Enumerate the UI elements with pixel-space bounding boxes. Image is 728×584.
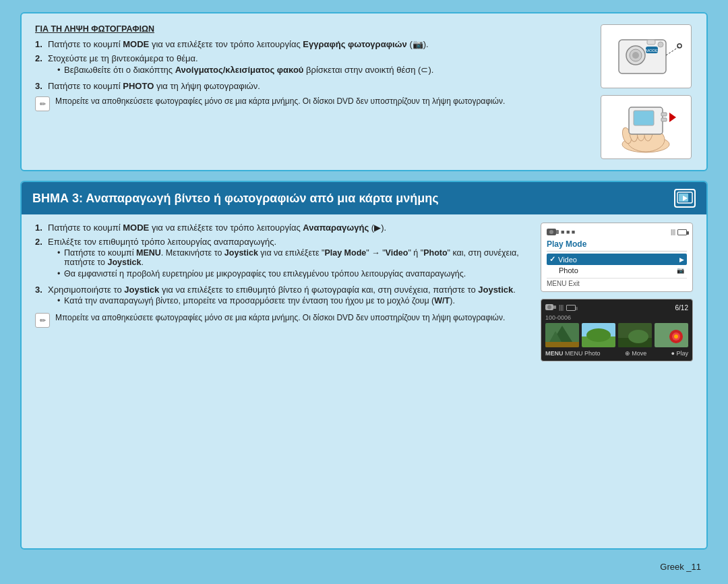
svg-line-8	[666, 47, 679, 55]
thumb-menu-label: MENU MENU Photo	[545, 350, 601, 357]
thumb-footer: MENU MENU Photo ⊕ Move ● Play	[545, 350, 688, 357]
bottom-header-icon	[674, 189, 696, 208]
panel-icons-row: ■ ■ ■	[547, 227, 575, 237]
bottom-step-2-sub: Πατήστε το κουμπί MENU. Μετακινήστε το J…	[48, 248, 534, 279]
photo-icon-small: 📷	[677, 267, 684, 274]
camera-image-2	[601, 95, 692, 159]
svg-rect-6	[647, 40, 655, 45]
bottom-step-3-sub: Κατά την αναπαραγωγή βίντεο, μπορείτε να…	[48, 296, 534, 305]
video-icon-small: ▶	[679, 256, 684, 263]
play-mode-panel: ■ ■ ■ ||| Play Mode ✓ Video ▶	[541, 223, 693, 292]
battery-icon	[677, 229, 687, 235]
thumb-2-svg	[582, 323, 615, 347]
svg-rect-33	[545, 342, 579, 347]
thumbnails-header: ||| 6/12	[545, 303, 688, 312]
thumb-move-label: ⊕ Move	[625, 350, 647, 357]
thumb-4	[655, 323, 688, 347]
menu-exit-label: MENU Exit	[547, 280, 580, 287]
page-wrapper: ΓΙΑ ΤΗ ΛΗΨΗ ΦΩΤΟΓΡΑΦΙΩΝ 1. Πατήστε το κο…	[0, 0, 728, 584]
bottom-step-2-sub-2: Θα εμφανιστεί η προβολή ευρετηρίου με μι…	[57, 269, 534, 279]
step-2-text: Στοχεύστε με τη βιντεοκάμερα το θέμα. Βε…	[48, 53, 589, 77]
bottom-step-2-text: Επιλέξτε τον επιθυμητό τρόπο λειτουργίας…	[48, 237, 534, 281]
svg-point-7	[658, 42, 663, 47]
bottom-header-text: ΒΗΜΑ 3: Αναπαραγωγή βίντεο ή φωτογραφιών…	[32, 192, 667, 206]
bottom-step-1-text: Πατήστε το κουμπί MODE για να επιλέξετε …	[48, 223, 534, 233]
thumb-grid	[545, 323, 688, 347]
bottom-steps: 1. Πατήστε το κουμπί MODE για να επιλέξε…	[35, 223, 534, 308]
step-2-sub-1: Βεβαιωθείτε ότι ο διακόπτης Ανοίγματος/κ…	[57, 65, 589, 75]
bottom-step-2: 2. Επιλέξτε τον επιθυμητό τρόπο λειτουργ…	[35, 237, 534, 281]
top-note-text: Μπορείτε να αποθηκεύσετε φωτογραφίες μόν…	[55, 96, 505, 106]
thumb-1	[545, 323, 579, 347]
bottom-body: 1. Πατήστε το κουμπί MODE για να επιλέξε…	[22, 214, 706, 539]
step-1: 1. Πατήστε το κουμπί MODE για να επιλέξε…	[35, 39, 589, 49]
thumb-counter: 6/12	[675, 304, 688, 312]
step-list: 1. Πατήστε το κουμπί MODE για να επιλέξε…	[35, 39, 589, 91]
note-icon: ✏	[35, 96, 50, 111]
footer-text: Greek _11	[660, 562, 701, 572]
step-2: 2. Στοχεύστε με τη βιντεοκάμερα το θέμα.…	[35, 53, 589, 77]
step-3-num: 3.	[35, 81, 44, 91]
svg-point-36	[586, 328, 611, 342]
step-1-text: Πατήστε το κουμπί MODE για να επιλέξετε …	[48, 39, 589, 49]
top-note-box: ✏ Μπορείτε να αποθηκεύσετε φωτογραφίες μ…	[35, 96, 589, 111]
ui-panel-header: ■ ■ ■ |||	[547, 227, 687, 237]
top-images: MODE	[599, 24, 693, 159]
bottom-step-1-num: 1.	[35, 223, 44, 233]
svg-point-28	[547, 305, 551, 310]
svg-point-9	[677, 44, 681, 48]
panel-battery-area: |||	[671, 229, 687, 235]
thumb-3	[618, 323, 652, 347]
panel-cam-icon	[547, 227, 559, 237]
playback-icon	[677, 192, 693, 205]
svg-rect-17	[634, 111, 654, 125]
thumb-play-label: ● Play	[671, 350, 688, 357]
step-3: 3. Πατήστε το κουμπί PHOTO για τη λήψη φ…	[35, 81, 589, 91]
bottom-note-box: ✏ Μπορείτε να αποθηκεύσετε φωτογραφίες μ…	[35, 313, 534, 328]
bottom-header: ΒΗΜΑ 3: Αναπαραγωγή βίντεο ή φωτογραφιών…	[22, 182, 706, 214]
video-label: Video	[558, 256, 577, 264]
bottom-step-3-text: Χρησιμοποιήστε το Joystick για να επιλέξ…	[48, 285, 534, 308]
svg-point-3	[632, 52, 639, 59]
bottom-step-3: 3. Χρησιμοποιήστε το Joystick για να επι…	[35, 285, 534, 308]
ui-panel-title: Play Mode	[547, 239, 687, 252]
svg-point-39	[628, 330, 648, 343]
step-2-num: 2.	[35, 53, 44, 63]
thumb-battery	[566, 305, 576, 311]
thumb-3-svg	[618, 323, 652, 347]
svg-text:MODE: MODE	[646, 49, 658, 53]
bottom-section: ΒΗΜΑ 3: Αναπαραγωγή βίντεο ή φωτογραφιών…	[20, 181, 708, 550]
top-heading: ΓΙΑ ΤΗ ΛΗΨΗ ΦΩΤΟΓΡΑΦΙΩΝ	[35, 24, 589, 34]
check-icon: ✓	[549, 255, 555, 264]
panel-icon-dots: ■ ■ ■	[561, 229, 575, 235]
bottom-step-2-sub-1: Πατήστε το κουμπί MENU. Μετακινήστε το J…	[57, 248, 534, 267]
page-footer: Greek _11	[20, 559, 708, 572]
step-2-sub: Βεβαιωθείτε ότι ο διακόπτης Ανοίγματος/κ…	[48, 65, 589, 75]
svg-point-43	[674, 334, 678, 339]
bottom-note-icon: ✏	[35, 313, 50, 328]
svg-point-25	[549, 230, 553, 234]
camera-bottom-svg	[605, 100, 686, 154]
bottom-right: ■ ■ ■ ||| Play Mode ✓ Video ▶	[541, 223, 693, 539]
svg-rect-20	[661, 118, 667, 121]
svg-marker-18	[669, 113, 676, 122]
thumb-signal: |||	[559, 304, 564, 311]
thumb-1-svg	[545, 323, 579, 347]
top-content: ΓΙΑ ΤΗ ΛΗΨΗ ΦΩΤΟΓΡΑΦΙΩΝ 1. Πατήστε το κο…	[35, 24, 589, 159]
thumb-file-label: 100-0006	[545, 314, 688, 321]
thumb-4-svg	[655, 323, 688, 347]
thumbnails-panel: ||| 6/12 100-0006	[541, 299, 693, 361]
svg-rect-29	[553, 305, 556, 309]
svg-rect-26	[556, 230, 559, 234]
thumb-cam-icon	[545, 303, 556, 312]
thumb-icons-row: |||	[545, 303, 576, 312]
bottom-step-3-num: 3.	[35, 285, 44, 295]
camera-top-svg: MODE	[605, 30, 686, 84]
camera-image-1: MODE	[601, 24, 692, 88]
bottom-step-1: 1. Πατήστε το κουμπί MODE για να επιλέξε…	[35, 223, 534, 233]
svg-rect-19	[661, 113, 667, 116]
bottom-step-3-sub-1: Κατά την αναπαραγωγή βίντεο, μπορείτε να…	[57, 296, 534, 305]
top-section: ΓΙΑ ΤΗ ΛΗΨΗ ΦΩΤΟΓΡΑΦΙΩΝ 1. Πατήστε το κο…	[20, 12, 708, 171]
ui-menu-video-selected: ✓ Video ▶	[547, 254, 687, 265]
thumb-2	[582, 323, 615, 347]
